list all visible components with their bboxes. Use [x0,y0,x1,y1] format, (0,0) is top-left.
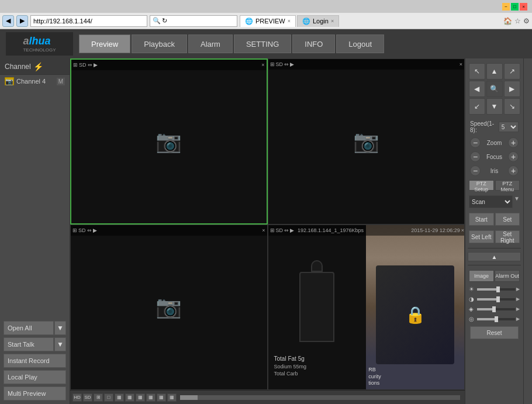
focus-minus[interactable]: − [470,151,481,162]
image-tab[interactable]: Image [469,270,494,282]
channel-item[interactable]: 📷 Channel 4 M [0,75,70,88]
bar-icon-2x2[interactable]: ▦ [115,393,124,402]
contrast-thumb[interactable] [496,296,500,302]
scan-dropdown-arrow[interactable]: ▼ [514,195,520,208]
alarm-out-tab[interactable]: Alarm Out [495,270,520,282]
cell3-icon3[interactable]: ⇔ [87,227,92,233]
cell3-close[interactable]: × [262,227,265,233]
video-cell-4[interactable]: ⊞ SD ⇔ ▶ 192.168.1.144_1_1976Kbps 2015-1… [268,225,465,391]
bar-icon-fit[interactable]: ⊞ [94,393,103,402]
nav-tab-alarm[interactable]: Alarm [188,34,233,53]
nav-tab-setting[interactable]: SETTING [234,34,291,53]
sidebar-refresh-icon[interactable]: ⚡ [33,62,43,71]
contrast-track[interactable] [477,298,515,301]
zoom-minus[interactable]: − [470,137,481,148]
video-cell-2[interactable]: ⊞ SD ⇔ ▶ × 📷 [268,58,465,225]
back-button[interactable]: ◀ [2,15,14,27]
cell1-close[interactable]: × [261,62,264,68]
saturation-arrow[interactable]: ▶ [516,306,520,312]
ptz-setup-tab[interactable]: PTZ Setup [469,180,494,191]
refresh-icon[interactable]: ↻ [162,17,167,25]
brightness-thumb[interactable] [496,286,500,292]
star-icon[interactable]: ☆ [514,17,521,25]
reset-button[interactable]: Reset [470,326,519,339]
nav-tab-preview[interactable]: Preview [79,34,130,53]
brightness-arrow[interactable]: ▶ [516,286,520,292]
maximize-button[interactable]: □ [511,3,519,11]
saturation-track[interactable] [477,308,515,310]
speed-select[interactable]: 5 1234 678 [499,122,519,132]
tab-close-icon2[interactable]: × [331,18,334,24]
search-bar[interactable]: 🔍 ↻ [150,15,237,27]
cell1-icon1[interactable]: ⊞ [73,62,78,68]
start-talk-arrow[interactable]: ▼ [54,337,66,351]
forward-button[interactable]: ▶ [16,15,28,27]
bar-icon-4x4[interactable]: ▦ [136,393,145,402]
saturation-thumb[interactable] [492,306,496,312]
bar-icon-7x7[interactable]: ▦ [167,393,177,402]
sharpness-thumb[interactable] [495,316,498,322]
cell1-icon4[interactable]: ▶ [94,62,98,68]
ptz-down[interactable]: ▼ [486,98,503,115]
contrast-arrow[interactable]: ▶ [516,296,520,302]
local-play-button[interactable]: Local Play [4,370,66,384]
iris-minus[interactable]: − [470,165,481,176]
bar-icon-1x1[interactable]: □ [104,393,113,402]
ptz-menu-tab[interactable]: PTZ Menu [495,180,520,191]
cell2-icon2[interactable]: SD [276,61,284,67]
cell3-icon2[interactable]: SD [78,227,86,233]
zoom-plus[interactable]: + [508,137,519,148]
tab-login[interactable]: 🌐 Login × [297,15,339,27]
bar-icon-6x6[interactable]: ▦ [157,393,166,402]
ptz-right[interactable]: ▶ [504,81,520,97]
iris-plus[interactable]: + [508,165,519,176]
cell2-icon3[interactable]: ⇔ [284,61,289,67]
app-scrollbar[interactable] [523,58,532,404]
ptz-up-left[interactable]: ↖ [469,63,485,80]
open-all-button[interactable]: Open All [4,321,54,335]
minimize-button[interactable]: − [502,3,510,11]
cell2-close[interactable]: × [460,61,462,67]
cell1-icon3[interactable]: ⇔ [88,62,92,68]
tab-preview[interactable]: 🌐 PREVIEW × [240,15,296,27]
cell1-icon2[interactable]: SD [79,62,87,68]
ptz-down-right[interactable]: ↘ [504,98,520,115]
nav-tab-playback[interactable]: Playback [132,34,187,53]
set-button[interactable]: Set [495,213,520,226]
ptz-center[interactable]: 🔍 [486,81,503,97]
video-cell-3[interactable]: ⊞ SD ⇔ ▶ × 📷 [70,225,268,391]
open-all-arrow[interactable]: ▼ [54,321,66,335]
set-left-button[interactable]: Set Left [469,230,494,243]
cell4-icon4[interactable]: ▶ [290,227,294,233]
sharpness-arrow[interactable]: ▶ [516,316,520,322]
home-icon[interactable]: 🏠 [503,17,512,25]
bottom-scroll-bar[interactable] [180,395,460,400]
scan-select[interactable]: Scan [469,195,513,208]
cell3-icon1[interactable]: ⊞ [72,227,77,233]
bar-icon-sd[interactable]: SD [83,393,92,402]
instant-record-button[interactable]: Instant Record [4,354,66,368]
cell3-icon4[interactable]: ▶ [93,227,97,233]
ptz-down-left[interactable]: ↙ [469,98,485,115]
nav-tab-info[interactable]: INFO [292,34,335,53]
scroll-up-button[interactable]: ▲ [468,252,521,261]
brightness-track[interactable] [477,288,515,291]
ptz-up[interactable]: ▲ [486,63,503,80]
nav-tab-logout[interactable]: Logout [336,34,384,53]
cell4-close[interactable]: × [461,227,464,233]
cell2-icon1[interactable]: ⊞ [270,61,275,67]
address-bar[interactable]: http://192.168.1.144/ [30,15,147,27]
bar-icon-hd[interactable]: HD [72,393,82,402]
start-button[interactable]: Start [469,213,494,226]
video-cell-1[interactable]: ⊞ SD ⇔ ▶ × 📷 [70,58,268,225]
cell4-icon2[interactable]: SD [276,227,284,233]
bar-icon-5x5[interactable]: ▦ [146,393,156,402]
close-button[interactable]: × [520,3,527,11]
focus-plus[interactable]: + [508,151,519,162]
bar-icon-3x3[interactable]: ▦ [125,393,134,402]
ptz-up-right[interactable]: ↗ [504,63,520,80]
start-talk-button[interactable]: Start Talk [4,337,54,351]
ptz-left[interactable]: ◀ [469,81,485,97]
sharpness-track[interactable] [477,318,515,320]
multi-preview-button[interactable]: Multi Preview [4,386,66,400]
